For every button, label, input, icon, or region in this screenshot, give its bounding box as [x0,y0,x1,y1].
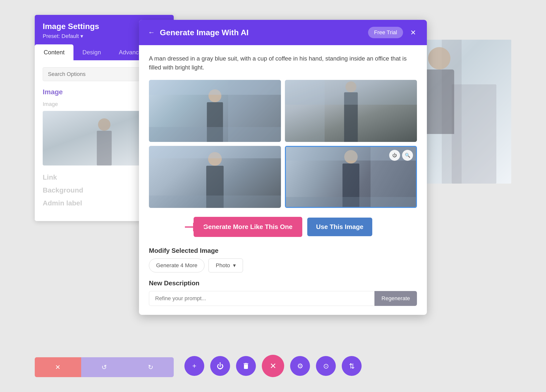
toolbar-settings-button[interactable]: ⚙ [290,356,310,376]
new-description-section: New Description Regenerate [149,279,417,306]
image-cell-4[interactable]: ⏻ 🔍 [285,146,417,208]
images-grid: ⏻ 🔍 [149,80,417,208]
modify-section-title: Modify Selected Image [149,247,417,255]
toolbar-history-button[interactable]: ⊙ [316,356,336,376]
generate-more-button[interactable]: Generate More Like This One [194,217,302,237]
bottom-toolbar: + ⏻ ✕ ⚙ ⊙ ⇅ [0,355,546,377]
generate-dialog: ← Generate Image With AI Free Trial ✕ A … [139,20,427,315]
prompt-text: A man dressed in a gray blue suit, with … [149,54,417,72]
use-image-button[interactable]: Use This Image [307,218,373,236]
arrow-indicator [184,222,208,232]
new-description-title: New Description [149,279,417,287]
regenerate-button[interactable]: Regenerate [375,291,417,306]
dialog-title: Generate Image With AI [160,28,249,37]
image-cell-2[interactable] [285,80,417,142]
toolbar-sort-button[interactable]: ⇅ [342,356,362,376]
cell-overlay-4: ⏻ 🔍 [389,150,413,161]
modify-controls: Generate 4 More Photo ▾ [149,259,417,272]
dialog-body: A man dressed in a gray blue suit, with … [139,45,427,315]
tab-design[interactable]: Design [73,44,110,60]
cell-power-button[interactable]: ⏻ [389,150,400,161]
image-cell-3[interactable] [149,146,281,208]
free-trial-badge[interactable]: Free Trial [368,27,403,38]
photo-type-select[interactable]: Photo ▾ [208,259,243,272]
arrow-icon [184,222,208,232]
toolbar-add-button[interactable]: + [184,356,204,376]
action-row: Generate More Like This One Use This Ima… [149,217,417,237]
dialog-close-button[interactable]: ✕ [408,28,418,37]
generate-4more-button[interactable]: Generate 4 More [149,259,205,272]
modify-section: Modify Selected Image Generate 4 More Ph… [149,247,417,272]
new-description-input[interactable] [149,291,375,306]
dialog-back-icon[interactable]: ← [148,29,155,36]
toolbar-delete-button[interactable] [236,356,256,376]
toolbar-close-button[interactable]: ✕ [262,355,284,377]
cell-zoom-button[interactable]: 🔍 [402,150,413,161]
new-description-row: Regenerate [149,291,417,306]
toolbar-power-button[interactable]: ⏻ [210,356,230,376]
tab-content[interactable]: Content [35,44,73,60]
dialog-header-right: Free Trial ✕ [368,27,418,38]
image-cell-1[interactable] [149,80,281,142]
dialog-header-left: ← Generate Image With AI [148,28,249,37]
dialog-header: ← Generate Image With AI Free Trial ✕ [139,20,427,45]
chevron-down-icon: ▾ [233,262,236,269]
